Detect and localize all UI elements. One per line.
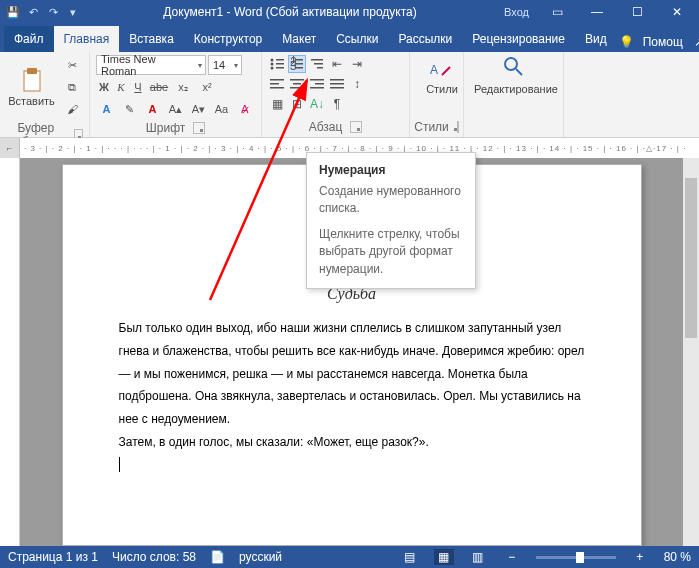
increase-indent-icon[interactable]: ⇥	[348, 55, 366, 73]
zoom-knob[interactable]	[576, 552, 584, 563]
minimize-icon[interactable]: —	[579, 0, 615, 24]
align-left-icon[interactable]	[268, 75, 286, 93]
view-read-icon[interactable]: ▤	[400, 549, 420, 565]
status-proofing-icon[interactable]: 📄	[210, 550, 225, 564]
tooltip-line: Щелкните стрелку, чтобы выбрать другой ф…	[319, 226, 463, 278]
document-body[interactable]: Был только один выход, ибо наши жизни сп…	[119, 317, 585, 477]
group-paragraph-label: Абзац	[309, 120, 343, 134]
styles-button[interactable]: A Стили	[416, 55, 468, 95]
paste-icon	[18, 67, 46, 95]
svg-rect-18	[270, 83, 279, 85]
tab-view[interactable]: Вид	[575, 26, 617, 52]
status-language[interactable]: русский	[239, 550, 282, 564]
tab-references[interactable]: Ссылки	[326, 26, 388, 52]
view-print-icon[interactable]: ▦	[434, 549, 454, 565]
group-paragraph: 123 ⇤ ⇥ ↕ ▦ ⊞ A↓ ¶ Абзац	[262, 52, 410, 137]
vertical-scrollbar[interactable]	[683, 158, 699, 546]
line-spacing-icon[interactable]: ↕	[348, 75, 366, 93]
view-web-icon[interactable]: ▥	[468, 549, 488, 565]
format-painter-icon[interactable]: 🖌	[61, 99, 83, 119]
borders-icon[interactable]: ⊞	[288, 95, 306, 113]
titlebar: 💾 ↶ ↷ ▾ Документ1 - Word (Сбой активации…	[0, 0, 699, 24]
editing-button[interactable]: Редактирование	[470, 55, 562, 95]
svg-line-31	[516, 69, 522, 75]
maximize-icon[interactable]: ☐	[619, 0, 655, 24]
ribbon-options-icon[interactable]: ▭	[539, 0, 575, 24]
svg-rect-25	[310, 87, 324, 89]
strike-button[interactable]: abe	[148, 77, 170, 97]
shading-icon[interactable]: ▦	[268, 95, 286, 113]
svg-rect-13	[295, 67, 303, 69]
underline-button[interactable]: Ч	[130, 77, 146, 97]
vertical-ruler[interactable]	[0, 158, 20, 546]
svg-rect-1	[27, 68, 37, 74]
multilevel-list-icon[interactable]	[308, 55, 326, 73]
italic-button[interactable]: К	[114, 77, 128, 97]
font-dialog-launcher[interactable]	[193, 122, 205, 134]
font-color-icon[interactable]: A	[142, 99, 163, 119]
tab-layout[interactable]: Макет	[272, 26, 326, 52]
decrease-indent-icon[interactable]: ⇤	[328, 55, 346, 73]
zoom-slider[interactable]	[536, 556, 616, 559]
qat-more-icon[interactable]: ▾	[64, 3, 82, 21]
status-page[interactable]: Страница 1 из 1	[8, 550, 98, 564]
text-cursor	[119, 457, 120, 472]
close-icon[interactable]: ✕	[659, 0, 695, 24]
svg-text:A: A	[430, 63, 438, 77]
font-name-select[interactable]: Times New Roman	[96, 55, 206, 75]
tab-review[interactable]: Рецензирование	[462, 26, 575, 52]
svg-rect-7	[276, 67, 284, 69]
tooltip-numbering: Нумерация Создание нумерованного списка.…	[306, 152, 476, 289]
change-case-icon[interactable]: Aa	[211, 99, 232, 119]
tab-insert[interactable]: Вставка	[119, 26, 184, 52]
text-effects-icon[interactable]: A	[96, 99, 117, 119]
tell-me-label[interactable]: Помощ	[643, 35, 683, 49]
group-styles-label: Стили	[414, 120, 449, 134]
paragraph-dialog-launcher[interactable]	[350, 121, 362, 133]
svg-rect-19	[270, 87, 284, 89]
undo-icon[interactable]: ↶	[24, 3, 42, 21]
styles-dialog-launcher[interactable]	[457, 121, 459, 133]
svg-rect-21	[293, 83, 301, 85]
tab-mailings[interactable]: Рассылки	[388, 26, 462, 52]
subscript-button[interactable]: x₂	[172, 77, 194, 97]
paste-label: Вставить	[8, 95, 55, 107]
tab-design[interactable]: Конструктор	[184, 26, 272, 52]
highlight-icon[interactable]: ✎	[119, 99, 140, 119]
align-center-icon[interactable]	[288, 75, 306, 93]
bold-button[interactable]: Ж	[96, 77, 112, 97]
group-editing: Редактирование	[464, 52, 564, 137]
svg-rect-26	[330, 79, 344, 81]
tab-file[interactable]: Файл	[4, 26, 54, 52]
tell-me-icon[interactable]: 💡	[617, 32, 637, 52]
group-font: Times New Roman 14 Ж К Ч abe x₂ x² A ✎ A…	[90, 52, 262, 137]
paste-button[interactable]: Вставить	[6, 67, 57, 107]
login-label[interactable]: Вход	[498, 3, 535, 21]
save-icon[interactable]: 💾	[4, 3, 22, 21]
bullets-icon[interactable]	[268, 55, 286, 73]
svg-rect-27	[330, 83, 344, 85]
svg-point-30	[505, 58, 517, 70]
zoom-level[interactable]: 80 %	[664, 550, 691, 564]
status-words[interactable]: Число слов: 58	[112, 550, 196, 564]
tab-home[interactable]: Главная	[54, 26, 120, 52]
sort-icon[interactable]: A↓	[308, 95, 326, 113]
grow-font-icon[interactable]: A▴	[165, 99, 186, 119]
scrollbar-thumb[interactable]	[685, 178, 697, 338]
zoom-out-icon[interactable]: −	[502, 549, 522, 565]
superscript-button[interactable]: x²	[196, 77, 218, 97]
cut-icon[interactable]: ✂	[61, 55, 83, 75]
copy-icon[interactable]: ⧉	[61, 77, 83, 97]
redo-icon[interactable]: ↷	[44, 3, 62, 21]
zoom-in-icon[interactable]: +	[630, 549, 650, 565]
share-icon[interactable]: ↗	[689, 32, 699, 52]
justify-icon[interactable]	[328, 75, 346, 93]
show-marks-icon[interactable]: ¶	[328, 95, 346, 113]
tooltip-line: Создание нумерованного списка.	[319, 183, 463, 218]
numbering-icon[interactable]: 123	[288, 55, 306, 73]
align-right-icon[interactable]	[308, 75, 326, 93]
shrink-font-icon[interactable]: A▾	[188, 99, 209, 119]
font-size-select[interactable]: 14	[208, 55, 242, 75]
clear-format-icon[interactable]: A̷	[234, 99, 255, 119]
ribbon: Вставить ✂ ⧉ 🖌 Буфер обмена Times New Ro…	[0, 52, 699, 138]
